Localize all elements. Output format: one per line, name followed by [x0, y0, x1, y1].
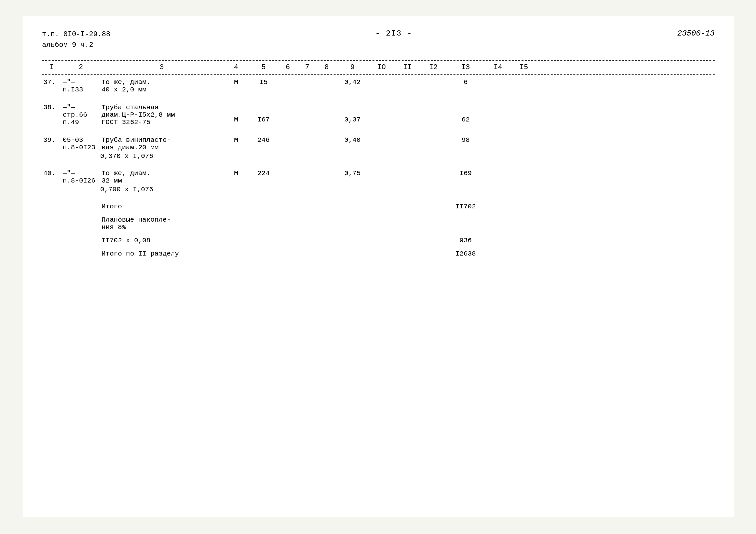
row-col5: I5 — [249, 78, 278, 87]
col-header-3: 3 — [100, 63, 223, 71]
col-header-7: 7 — [297, 63, 317, 71]
row-39-sub: 0,370 x I,076 — [42, 152, 715, 160]
summary-row-total: Итого по II разделу I2638 — [42, 249, 715, 258]
row-ref: —"— стр.66 п.49 — [62, 103, 100, 127]
header-page-num: - 2I3 - — [375, 29, 413, 38]
row-col8 — [317, 169, 336, 170]
summary-value-calc: 936 — [446, 236, 485, 245]
header-left: т.п. 8I0-I-29.88 альбом 9 ч.2 — [42, 29, 110, 50]
row-col11 — [394, 103, 420, 104]
row-ref: —"— п.8-0I26 — [62, 169, 100, 185]
col-header-6: 6 — [278, 63, 297, 71]
row-col13: 62 — [446, 103, 485, 124]
row-num: 37. — [42, 78, 62, 87]
summary-section: Итого II702 Плановые накопле- ния 8% II7… — [42, 202, 715, 258]
row-col10 — [369, 78, 394, 79]
row-col7 — [297, 136, 317, 137]
row-col13: I69 — [446, 169, 485, 178]
row-col15 — [511, 103, 537, 104]
col-header-4: 4 — [223, 63, 249, 71]
row-unit: М — [223, 169, 249, 178]
row-desc: То же, диам. 40 x 2,0 мм — [100, 78, 223, 94]
row-col5: 224 — [249, 169, 278, 178]
row-40: 40. —"— п.8-0I26 То же, диам. 32 мм М 22… — [42, 169, 715, 193]
table-row: 38. —"— стр.66 п.49 Труба стальная диам.… — [42, 103, 715, 127]
row-col7 — [297, 78, 317, 79]
summary-label-plan: Плановые накопле- ния 8% — [100, 216, 223, 232]
row-col12 — [420, 78, 446, 79]
row-col8 — [317, 136, 336, 137]
summary-value-plan — [446, 216, 485, 232]
row-col7 — [297, 103, 317, 104]
row-col14 — [485, 169, 511, 170]
row-unit: М — [223, 136, 249, 144]
col-header-8: 8 — [317, 63, 336, 71]
col-header-5: 5 — [249, 63, 278, 71]
row-desc: То же, диам. 32 мм — [100, 169, 223, 185]
col-header-10: IO — [369, 63, 394, 71]
col-header-2: 2 — [62, 63, 100, 71]
col-header-14: I4 — [485, 63, 511, 71]
column-headers: I 2 3 4 5 6 7 8 9 IO II I2 I3 I4 I5 — [42, 60, 715, 75]
row-col6 — [278, 78, 297, 79]
row-col12 — [420, 136, 446, 137]
row-37: 37. —"— п.I33 То же, диам. 40 x 2,0 мм М… — [42, 78, 715, 94]
header-tp: т.п. 8I0-I-29.88 — [42, 29, 110, 40]
row-col14 — [485, 78, 511, 79]
col-header-1: I — [42, 63, 62, 71]
summary-row-itogo: Итого II702 — [42, 202, 715, 211]
row-col8 — [317, 78, 336, 79]
row-col9: 0,40 — [336, 136, 369, 144]
row-col13: 98 — [446, 136, 485, 144]
row-col13: 6 — [446, 78, 485, 87]
row-desc: Труба винипласто- вая диам.20 мм — [100, 136, 223, 152]
row-col6 — [278, 169, 297, 170]
table-row: 40. —"— п.8-0I26 То же, диам. 32 мм М 22… — [42, 169, 715, 185]
col-header-12: I2 — [420, 63, 446, 71]
row-col6 — [278, 136, 297, 137]
row-col8 — [317, 103, 336, 104]
row-col11 — [394, 169, 420, 170]
row-col12 — [420, 169, 446, 170]
row-col12 — [420, 103, 446, 104]
row-col6 — [278, 103, 297, 104]
summary-value-itogo: II702 — [446, 202, 485, 211]
row-col5: 246 — [249, 136, 278, 144]
header-album: альбом 9 ч.2 — [42, 40, 110, 50]
page-header: т.п. 8I0-I-29.88 альбом 9 ч.2 - 2I3 - 23… — [42, 29, 715, 50]
summary-row-plan: Плановые накопле- ния 8% — [42, 216, 715, 232]
row-col10 — [369, 169, 394, 170]
summary-label-calc: II702 x 0,08 — [100, 236, 223, 245]
row-ref: —"— п.I33 — [62, 78, 100, 94]
row-38: 38. —"— стр.66 п.49 Труба стальная диам.… — [42, 103, 715, 127]
row-40-sub: 0,700 x I,076 — [42, 186, 715, 193]
row-desc: Труба стальная диам.Ц-Р-I5x2,8 мм ГОСТ 3… — [100, 103, 223, 127]
col-header-9: 9 — [336, 63, 369, 71]
row-col9: 0,75 — [336, 169, 369, 178]
row-unit: М — [223, 78, 249, 87]
row-col11 — [394, 136, 420, 137]
data-rows: 37. —"— п.I33 То же, диам. 40 x 2,0 мм М… — [42, 78, 715, 258]
header-doc-num: 23500-13 — [677, 29, 715, 38]
row-col14 — [485, 103, 511, 104]
col-header-15: I5 — [511, 63, 537, 71]
summary-value-total: I2638 — [446, 249, 485, 258]
table-row: 37. —"— п.I33 То же, диам. 40 x 2,0 мм М… — [42, 78, 715, 94]
row-unit: М — [223, 103, 249, 124]
row-col15 — [511, 169, 537, 170]
row-num: 40. — [42, 169, 62, 178]
row-ref: 05-03 п.8-0I23 — [62, 136, 100, 152]
row-col14 — [485, 136, 511, 137]
page: т.п. 8I0-I-29.88 альбом 9 ч.2 - 2I3 - 23… — [23, 16, 734, 517]
row-num: 38. — [42, 103, 62, 112]
row-col9: 0,37 — [336, 103, 369, 124]
row-col10 — [369, 103, 394, 104]
summary-label-total: Итого по II разделу — [100, 249, 223, 258]
summary-row-calc: II702 x 0,08 936 — [42, 236, 715, 245]
col-header-11: II — [394, 63, 420, 71]
row-num: 39. — [42, 136, 62, 144]
row-col15 — [511, 136, 537, 137]
row-col11 — [394, 78, 420, 79]
row-col10 — [369, 136, 394, 137]
row-39: 39. 05-03 п.8-0I23 Труба винипласто- вая… — [42, 136, 715, 160]
